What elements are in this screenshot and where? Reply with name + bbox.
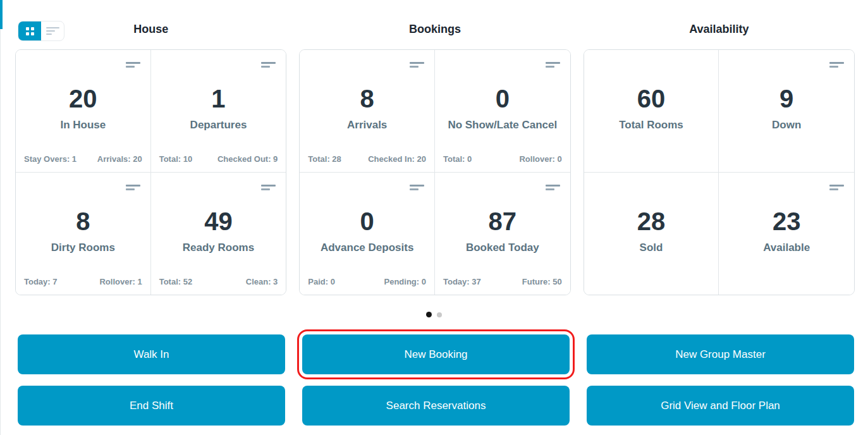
stat-label: Sold (584, 242, 719, 254)
stat-sub-left: Today: 7 (24, 277, 58, 286)
stat-value: 0 (300, 209, 434, 234)
stat-card-sold[interactable]: 28 Sold (584, 173, 719, 295)
stat-label: Down (719, 119, 854, 132)
stat-sub-right: Rollover: 1 (99, 277, 142, 286)
stat-sub-right: Pending: 0 (384, 277, 426, 286)
grid-view-toggle-button[interactable] (18, 21, 41, 40)
stat-sub-left: Total: 28 (308, 154, 341, 164)
stat-label: Departures (151, 119, 286, 132)
left-edge-divider (0, 29, 1, 435)
stat-card-in-house[interactable]: 20 In House Stay Overs: 1 Arrivals: 20 (16, 50, 151, 173)
stat-value: 9 (719, 86, 854, 111)
sort-icon[interactable] (410, 62, 424, 68)
stat-sub-right: Future: 50 (522, 277, 562, 286)
stat-value: 49 (151, 209, 286, 234)
stat-card-down[interactable]: 9 Down (719, 50, 854, 173)
stat-label: Arrivals (300, 119, 434, 132)
stat-label: Total Rooms (584, 119, 719, 132)
stat-card-dirty-rooms[interactable]: 8 Dirty Rooms Today: 7 Rollover: 1 (16, 173, 151, 295)
stat-value: 0 (435, 86, 570, 111)
stat-sub-right: Arrivals: 20 (97, 154, 142, 164)
stat-label: Ready Rooms (151, 242, 286, 254)
new-group-master-button[interactable]: New Group Master (587, 334, 854, 374)
stat-label: Booked Today (435, 242, 570, 254)
stat-label: No Show/Late Cancel (435, 119, 570, 132)
view-toggle (18, 21, 64, 41)
stat-card-arrivals[interactable]: 8 Arrivals Total: 28 Checked In: 20 (300, 50, 435, 173)
stat-sub-left: Total: 0 (443, 154, 472, 164)
stat-card-booked-today[interactable]: 87 Booked Today Today: 37 Future: 50 (435, 173, 570, 295)
stat-label: In House (16, 119, 150, 132)
sort-icon[interactable] (410, 185, 424, 190)
carousel-dot-2[interactable] (437, 312, 442, 317)
stat-sub-left: Stay Overs: 1 (24, 154, 76, 164)
stat-card-advance-deposits[interactable]: 0 Advance Deposits Paid: 0 Pending: 0 (300, 173, 435, 295)
stat-card-no-show-late-cancel[interactable]: 0 No Show/Late Cancel Total: 0 Rollover:… (435, 50, 570, 173)
stat-card-groups: 20 In House Stay Overs: 1 Arrivals: 20 1… (0, 36, 868, 295)
stat-value: 60 (584, 86, 719, 111)
stat-label: Available (719, 242, 854, 254)
sort-icon[interactable] (829, 62, 844, 68)
stat-sub-left: Paid: 0 (308, 277, 335, 286)
group-bookings: 8 Arrivals Total: 28 Checked In: 20 0 No… (299, 49, 570, 295)
group-house: 20 In House Stay Overs: 1 Arrivals: 20 1… (15, 49, 286, 295)
new-booking-button[interactable]: New Booking (302, 334, 570, 374)
stat-sub-right: Rollover: 0 (519, 154, 561, 164)
section-title-availability: Availability (584, 23, 855, 36)
sort-icon[interactable] (829, 185, 844, 190)
sort-icon[interactable] (126, 62, 140, 68)
grid-view-floor-plan-button[interactable]: Grid View and Floor Plan (587, 386, 854, 426)
stat-sub-left: Total: 52 (159, 277, 193, 286)
list-view-toggle-button[interactable] (41, 21, 64, 40)
stat-value: 28 (584, 209, 719, 234)
sort-icon[interactable] (261, 62, 276, 68)
stat-value: 23 (719, 209, 854, 234)
stat-card-ready-rooms[interactable]: 49 Ready Rooms Total: 52 Clean: 3 (151, 173, 286, 295)
stat-value: 1 (151, 86, 286, 111)
sort-icon[interactable] (126, 185, 140, 190)
stat-card-total-rooms[interactable]: 60 Total Rooms (584, 50, 719, 173)
carousel-dot-1[interactable] (426, 312, 432, 317)
left-edge-accent-bar (0, 0, 3, 29)
grid-view-icon (26, 27, 34, 35)
stat-card-available[interactable]: 23 Available (719, 173, 854, 295)
stat-value: 8 (16, 209, 150, 234)
stat-sub-left: Total: 10 (159, 154, 193, 164)
group-availability: 60 Total Rooms 9 Down 28 Sold 23 Availab… (584, 49, 855, 295)
stat-card-departures[interactable]: 1 Departures Total: 10 Checked Out: 9 (151, 50, 286, 173)
stat-sub-right: Checked Out: 9 (217, 154, 278, 164)
search-reservations-button[interactable]: Search Reservations (302, 386, 570, 426)
list-view-icon (46, 25, 59, 37)
sort-icon[interactable] (546, 185, 560, 190)
stat-value: 8 (300, 86, 434, 111)
stat-label: Advance Deposits (300, 242, 434, 254)
sort-icon[interactable] (546, 62, 560, 68)
stat-sub-right: Clean: 3 (246, 277, 278, 286)
action-buttons: Walk In New Booking New Group Master End… (0, 334, 868, 426)
end-shift-button[interactable]: End Shift (18, 386, 285, 426)
stat-value: 20 (16, 86, 150, 111)
section-title-bookings: Bookings (299, 23, 570, 36)
walk-in-button[interactable]: Walk In (18, 334, 285, 374)
stat-sub-right: Checked In: 20 (368, 154, 426, 164)
carousel-dots (0, 312, 868, 317)
stat-value: 87 (435, 209, 570, 234)
stat-sub-left: Today: 37 (443, 277, 481, 286)
stat-label: Dirty Rooms (16, 242, 150, 254)
section-titles-row: House Bookings Availability (0, 0, 868, 36)
sort-icon[interactable] (261, 185, 276, 190)
